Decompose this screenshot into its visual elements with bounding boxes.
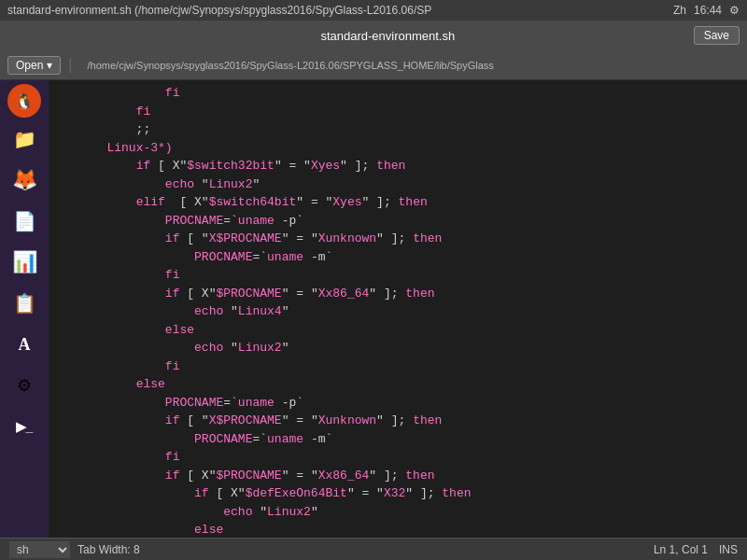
code-line: if [ "X$PROCNAME" = "Xunknown" ]; then: [49, 230, 747, 248]
sidebar-icon-libreoffice-writer[interactable]: 📄: [5, 202, 44, 241]
code-line: elif [ X"$switch64bit" = "Xyes" ]; then: [49, 193, 747, 212]
toolbar: Open ▾ | /home/cjw/Synopsys/spyglass2016…: [0, 50, 747, 80]
app-title: standard-environment.sh (/home/cjw/Synop…: [7, 4, 431, 17]
sidebar-icon-libreoffice-impress[interactable]: 📋: [5, 284, 44, 323]
sidebar-icon-firefox[interactable]: 🦊: [5, 161, 44, 200]
breadcrumb: /home/cjw/Synopsys/spyglass2016/SpyGlass…: [88, 60, 494, 71]
code-line: fi: [49, 266, 747, 285]
code-line: fi: [49, 357, 747, 376]
status-bar: sh bash python Tab Width: 8 Ln 1, Col 1 …: [0, 538, 747, 560]
code-line: else: [49, 375, 747, 394]
code-line: if [ X"$PROCNAME" = "Xx86_64" ]; then: [49, 285, 747, 303]
code-line: fi: [49, 103, 747, 121]
sidebar-icon-files[interactable]: 📁: [5, 119, 44, 159]
system-time: 16:44: [694, 4, 722, 17]
tab-width: Tab Width: 8: [78, 543, 140, 556]
code-line: if [ "X$PROCNAME" = "Xunknown" ]; then: [49, 412, 747, 430]
sidebar-icon-libreoffice-calc[interactable]: 📊: [5, 243, 44, 282]
insert-mode: INS: [719, 543, 738, 556]
code-line: PROCNAME=`uname -p`: [49, 212, 747, 231]
sidebar: 🐧 📁 🦊 📄 📊 📋 A ⚙ ▶_: [0, 80, 49, 538]
code-line: echo "Linux2": [49, 503, 747, 522]
open-button[interactable]: Open ▾: [7, 56, 61, 75]
sidebar-icon-terminal[interactable]: ▶_: [5, 407, 44, 446]
code-line: fi: [49, 448, 747, 467]
save-button[interactable]: Save: [694, 26, 740, 45]
chevron-down-icon: ▾: [47, 59, 52, 72]
keyboard-layout: Zh: [673, 4, 686, 17]
code-line: echo "Linux2": [49, 339, 747, 357]
code-line: if [ X"$switch32bit" = "Xyes" ]; then: [49, 157, 747, 175]
sidebar-icon-font-manager[interactable]: A: [5, 325, 44, 364]
code-line: echo "Linux2": [49, 175, 747, 194]
code-line: ;;: [49, 120, 747, 139]
sidebar-icon-ubuntu[interactable]: 🐧: [7, 84, 41, 118]
code-line: echo "Linux4": [49, 302, 747, 321]
system-bar: standard-environment.sh (/home/cjw/Synop…: [0, 0, 747, 21]
language-selector[interactable]: sh bash python: [9, 541, 70, 558]
code-line: else: [49, 521, 747, 538]
code-line: if [ X"$defExeOn64Bit" = "X32" ]; then: [49, 484, 747, 503]
settings-icon[interactable]: ⚙: [729, 4, 740, 17]
main-content: 🐧 📁 🦊 📄 📊 📋 A ⚙ ▶_ fi fi ;;: [0, 80, 747, 538]
title-bar: standard-environment.sh Save: [0, 21, 747, 50]
code-line: PROCNAME=`uname -m`: [49, 430, 747, 449]
sidebar-icon-settings[interactable]: ⚙: [5, 366, 44, 405]
code-line: PROCNAME=`uname -m`: [49, 248, 747, 267]
code-line: else: [49, 321, 747, 340]
code-line: Linux-3*): [49, 139, 747, 158]
cursor-position: Ln 1, Col 1: [654, 543, 708, 556]
code-editor[interactable]: fi fi ;; Linux-3*) if [ X"$switch32bit" …: [49, 80, 747, 538]
window-title: standard-environment.sh: [82, 29, 694, 43]
code-line: if [ X"$PROCNAME" = "Xx86_64" ]; then: [49, 467, 747, 485]
code-line: fi: [49, 84, 747, 103]
code-line: PROCNAME=`uname -p`: [49, 394, 747, 413]
